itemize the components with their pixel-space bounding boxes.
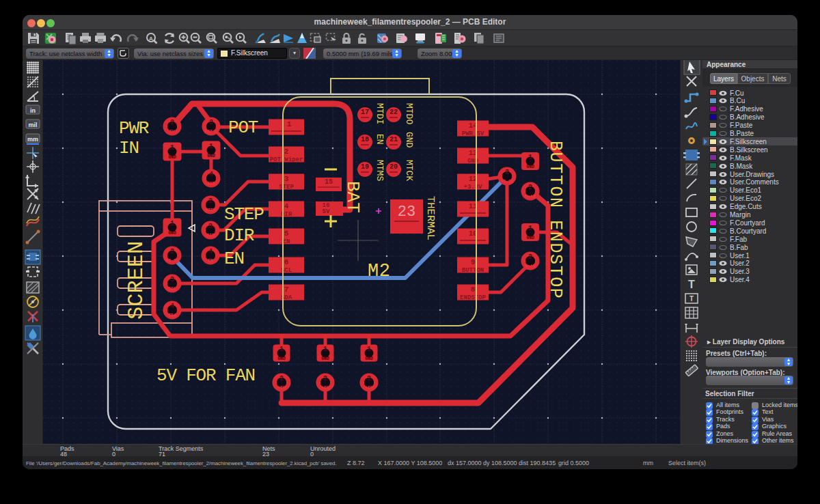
svg-text:2: 2 [528,253,532,261]
svg-text:GND: GND [207,182,215,186]
svg-text:T: T [689,295,694,303]
svg-text:MTDO: MTDO [404,103,414,124]
svg-text:+5V: +5V [321,386,329,391]
svg-text:2: 2 [170,119,174,126]
svg-text:GND: GND [168,155,176,160]
svg-text:GND: GND [404,132,414,148]
svg-text:EN: EN [208,259,213,264]
svg-text:SDA: SDA [168,313,176,318]
svg-text:8: 8 [471,285,476,294]
svg-text:NetE: NetE [525,264,536,269]
svg-text:GND: GND [526,236,534,240]
svg-text:EN: EN [283,238,290,245]
svg-text:2: 2 [367,375,371,382]
svg-text:EN: EN [224,249,244,269]
svg-text:4: 4 [170,303,174,310]
svg-text:4: 4 [209,171,213,178]
svg-text:STEP: STEP [224,204,264,225]
svg-text:BUTTON: BUTTON [462,267,484,274]
svg-text:A: A [149,36,153,42]
svg-text:PWR_5V: PWR_5V [462,130,484,137]
svg-text:3: 3 [284,175,289,183]
svg-text:in: in [30,107,36,114]
svg-text:4: 4 [208,248,213,255]
svg-text:1: 1 [209,143,213,150]
svg-text:GND: GND [365,356,373,361]
svg-text:6: 6 [284,258,289,266]
svg-text:THERMAL: THERMAL [424,196,437,240]
svg-text:DIR: DIR [224,225,254,246]
svg-text:19: 19 [361,163,369,171]
svg-text:15: 15 [325,178,333,186]
svg-text:mm: mm [27,136,38,143]
svg-text:2: 2 [209,119,213,126]
svg-text:5V FOR FAN: 5V FOR FAN [156,365,255,386]
svg-text:MTDI: MTDI [374,103,385,124]
svg-text:1: 1 [170,220,174,227]
svg-text:SCREEN: SCREEN [124,241,149,320]
svg-text:21: 21 [390,136,398,143]
svg-text:SCL: SCL [168,287,176,292]
svg-text:5V: 5V [323,208,330,215]
svg-text:STEP: STEP [205,208,216,213]
svg-text:20: 20 [390,163,398,171]
svg-text:7: 7 [284,285,289,294]
svg-text:+3.3V: +3.3V [500,180,514,184]
svg-text:1: 1 [323,346,327,353]
svg-text:18: 18 [361,136,369,143]
svg-text:+5V: +5V [277,386,286,391]
svg-text:2: 2 [279,375,284,382]
svg-text:GND: GND [526,165,534,169]
svg-text:2: 2 [528,184,532,191]
svg-text:9: 9 [471,258,476,266]
svg-text:MTMS: MTMS [374,160,385,181]
svg-text:2: 2 [170,248,174,255]
svg-text:3: 3 [208,223,213,230]
svg-text:EN: EN [374,134,385,145]
svg-text:mil: mil [28,122,37,128]
svg-text:MTCK: MTCK [404,160,414,181]
svg-text:M2: M2 [368,261,390,281]
svg-text:17: 17 [361,109,369,116]
svg-text:+5V: +5V [365,386,373,391]
svg-text:+3.3V: +3.3V [463,184,482,191]
svg-text:GND: GND [207,154,215,158]
svg-text:1: 1 [528,225,532,232]
svg-text:BUTTON ENDSTOP: BUTTON ENDSTOP [545,141,565,299]
svg-text:POT_n: POT_n [204,130,218,135]
svg-text:NetB: NetB [525,195,536,199]
svg-text:1: 1 [279,346,284,353]
svg-text:DIR: DIR [206,234,215,238]
svg-text:2: 2 [323,375,327,382]
svg-text:T: T [688,279,695,290]
svg-text:ENDSTOP: ENDSTOP [460,294,486,301]
svg-text:4: 4 [284,202,289,210]
svg-text:22: 22 [390,109,398,116]
svg-text:GND: GND [168,231,176,236]
svg-text:POT_Wiper: POT_Wiper [270,156,303,163]
svg-text:2: 2 [208,197,213,205]
svg-text:+3.3V: +3.3V [165,259,179,264]
svg-text:GND: GND [321,356,329,361]
svg-text:POT: POT [228,117,258,138]
svg-text:5V: 5V [169,130,175,135]
svg-text:GND: GND [277,356,286,361]
svg-text:PWR: PWR [119,118,149,139]
svg-text:1: 1 [367,346,371,353]
svg-text:3: 3 [170,276,174,283]
svg-text:2: 2 [505,169,509,176]
svg-text:1: 1 [287,120,292,128]
svg-text:GND: GND [467,158,479,165]
svg-text:1: 1 [170,144,174,152]
svg-text:1: 1 [528,154,532,161]
svg-text:BAT: BAT [342,181,363,213]
svg-text:2: 2 [284,148,289,156]
svg-text:5: 5 [284,229,289,238]
svg-text:STEP: STEP [279,184,294,191]
svg-text:23: 23 [398,204,415,221]
svg-text:IN: IN [119,138,139,158]
